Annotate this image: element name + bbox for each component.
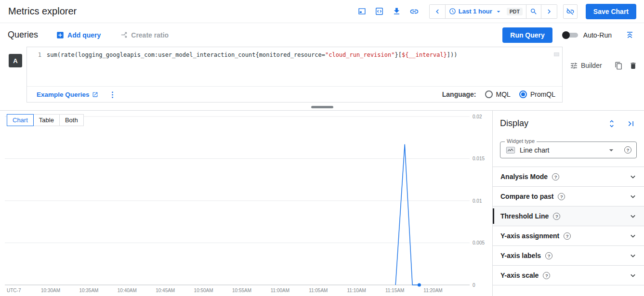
- clock-icon: [449, 8, 456, 15]
- svg-text:10:45AM: 10:45AM: [156, 288, 175, 293]
- radio-unselected-icon[interactable]: [485, 90, 493, 98]
- tab-chart[interactable]: Chart: [7, 114, 34, 126]
- create-ratio-icon: [120, 31, 128, 39]
- query-badge-column: A: [0, 47, 26, 103]
- query-letter-badge: A: [9, 54, 22, 67]
- chevron-down-icon[interactable]: [628, 172, 638, 181]
- embed-code-icon[interactable]: [375, 7, 384, 16]
- question-help-icon[interactable]: ?: [564, 232, 571, 240]
- display-sections: Analysis Mode?Compare to past?Threshold …: [493, 167, 644, 285]
- widget-type-label: Widget type: [505, 138, 537, 144]
- query-code[interactable]: sum(rate(logging_googleapis_com:user_mod…: [47, 51, 458, 86]
- question-help-icon[interactable]: ?: [553, 213, 560, 220]
- section-y-axis-assignment[interactable]: Y-axis assignment?: [493, 226, 644, 246]
- panel-splitter: [0, 103, 644, 111]
- kebab-menu-icon[interactable]: ⋮: [109, 90, 117, 99]
- query-card: 1 sum(rate(logging_googleapis_com:user_m…: [26, 47, 563, 103]
- time-range-button[interactable]: Last 1 hour PDT: [445, 5, 526, 18]
- page-title: Metrics explorer: [8, 6, 77, 17]
- section-y-axis-scale[interactable]: Y-axis scale?: [493, 266, 644, 285]
- metrics-explorer-app: Metrics explorer Last 1 hour: [0, 0, 644, 296]
- panel-icon[interactable]: [357, 7, 367, 16]
- svg-text:11:15AM: 11:15AM: [385, 288, 404, 293]
- svg-text:0: 0: [473, 283, 475, 288]
- view-tabs: ChartTableBoth: [7, 114, 84, 126]
- language-options: MQLPromQL: [485, 90, 555, 98]
- display-panel-header: Display: [493, 111, 644, 136]
- tab-both[interactable]: Both: [59, 114, 84, 126]
- svg-text:0.015: 0.015: [473, 156, 485, 161]
- time-range-control: Last 1 hour PDT: [429, 4, 557, 19]
- display-panel: Display Widget type Line chart ? Analysi…: [492, 111, 644, 296]
- toggle-thumb: [562, 31, 570, 39]
- auto-run-label: Auto-Run: [583, 31, 612, 39]
- widget-type-value: Line chart: [520, 146, 549, 154]
- save-chart-button[interactable]: Save Chart: [586, 4, 636, 19]
- widget-type-help-icon[interactable]: ?: [624, 146, 631, 154]
- radio-selected-icon[interactable]: [519, 90, 527, 98]
- query-actions: Builder: [563, 47, 644, 76]
- chevron-down-icon[interactable]: [628, 270, 638, 280]
- editor-scrollbar[interactable]: [554, 52, 559, 56]
- metrics-chart: 00.0050.010.0150.02UTC-710:30AM10:35AM10…: [0, 111, 492, 296]
- dropdown-arrow-icon[interactable]: [606, 145, 616, 155]
- svg-text:11:10AM: 11:10AM: [347, 288, 366, 293]
- section-analysis-mode[interactable]: Analysis Mode?: [493, 167, 644, 187]
- trash-icon[interactable]: [629, 62, 637, 70]
- chevron-down-icon[interactable]: [628, 251, 638, 260]
- query-editor[interactable]: 1 sum(rate(logging_googleapis_com:user_m…: [27, 47, 562, 86]
- language-option-promql[interactable]: PromQL: [519, 90, 555, 98]
- dropdown-arrow-icon: [495, 8, 502, 15]
- question-help-icon[interactable]: ?: [552, 173, 559, 180]
- main-area: 00.0050.010.0150.02UTC-710:30AM10:35AM10…: [0, 111, 644, 296]
- section-label: Compare to past: [500, 193, 553, 200]
- timezone-badge[interactable]: PDT: [507, 8, 523, 15]
- svg-text:11:00AM: 11:00AM: [271, 288, 289, 293]
- builder-button[interactable]: Builder: [570, 62, 602, 70]
- section-label: Y-axis labels: [500, 252, 541, 259]
- splitter-drag-handle[interactable]: [311, 106, 333, 108]
- time-back-button[interactable]: [430, 5, 445, 18]
- collapse-panel-icon[interactable]: [626, 119, 636, 129]
- widget-type-select[interactable]: Widget type Line chart ?: [500, 142, 637, 158]
- download-icon[interactable]: [392, 7, 401, 16]
- section-label: Y-axis scale: [500, 271, 539, 279]
- queries-title: Queries: [8, 30, 38, 40]
- question-help-icon[interactable]: ?: [545, 252, 552, 259]
- add-query-button[interactable]: Add query: [56, 31, 101, 39]
- time-forward-button[interactable]: [541, 5, 557, 18]
- chevron-down-icon[interactable]: [628, 192, 638, 201]
- link-off-icon[interactable]: [563, 4, 578, 19]
- svg-text:10:35AM: 10:35AM: [79, 288, 98, 293]
- chevron-down-icon[interactable]: [628, 231, 638, 241]
- svg-text:10:50AM: 10:50AM: [194, 288, 213, 293]
- svg-text:0.01: 0.01: [473, 198, 482, 204]
- time-range-label: Last 1 hour: [459, 8, 492, 15]
- section-y-axis-labels[interactable]: Y-axis labels?: [493, 246, 644, 266]
- question-help-icon[interactable]: ?: [543, 272, 550, 279]
- section-compare-to-past[interactable]: Compare to past?: [493, 187, 644, 206]
- add-box-icon: [56, 31, 65, 39]
- copy-icon[interactable]: [615, 62, 623, 70]
- auto-run-toggle[interactable]: [562, 31, 578, 39]
- editor-footer: Example Queries ⋮ Language: MQLPromQL: [27, 86, 562, 102]
- chart-area: 00.0050.010.0150.02UTC-710:30AM10:35AM10…: [0, 111, 492, 296]
- section-threshold-line[interactable]: Threshold Line?: [493, 206, 644, 226]
- svg-text:11:05AM: 11:05AM: [309, 288, 328, 293]
- unfold-more-icon[interactable]: [607, 119, 617, 129]
- example-queries-link[interactable]: Example Queries: [37, 91, 98, 98]
- chevron-down-icon[interactable]: [628, 211, 638, 221]
- question-help-icon[interactable]: ?: [558, 193, 565, 200]
- create-ratio-button[interactable]: Create ratio: [120, 31, 169, 39]
- run-query-button[interactable]: Run Query: [502, 27, 552, 43]
- zoom-icon[interactable]: [526, 5, 541, 18]
- line-number: 1: [35, 51, 41, 86]
- topbar: Metrics explorer Last 1 hour: [0, 0, 644, 23]
- tab-table[interactable]: Table: [33, 114, 60, 126]
- language-option-mql[interactable]: MQL: [485, 90, 511, 98]
- section-label: Analysis Mode: [500, 173, 548, 180]
- svg-text:0.02: 0.02: [473, 114, 482, 119]
- svg-text:11:20AM: 11:20AM: [423, 288, 442, 293]
- copy-link-icon[interactable]: [409, 7, 419, 16]
- collapse-queries-icon[interactable]: [625, 30, 634, 39]
